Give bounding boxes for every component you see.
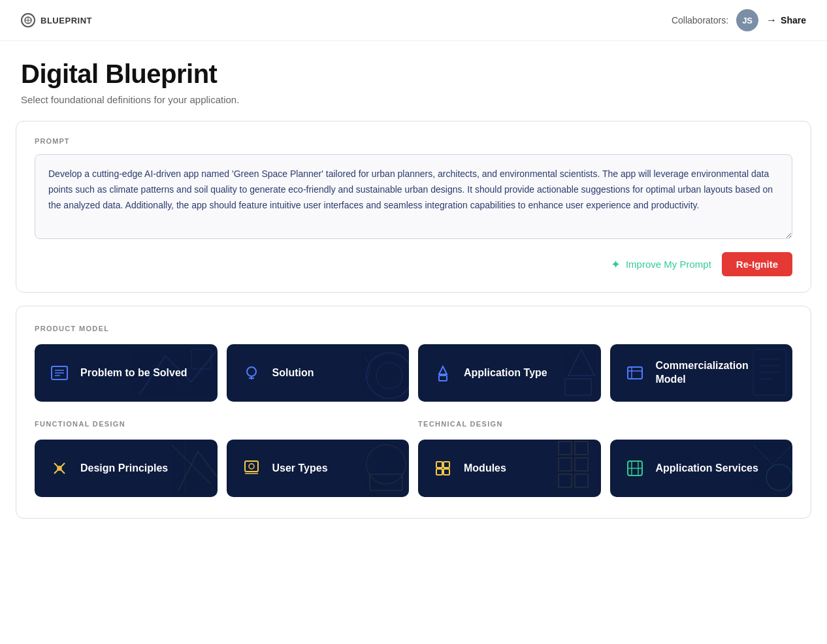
svg-rect-37 <box>575 442 588 455</box>
commercialization-label: Commercialization Model <box>656 359 780 387</box>
improve-prompt-button[interactable]: ✦ Improve My Prompt <box>611 257 711 272</box>
svg-rect-43 <box>444 462 449 468</box>
svg-point-46 <box>766 464 792 491</box>
collaborators-label: Collaborators: <box>672 15 728 25</box>
svg-rect-40 <box>559 474 572 487</box>
solution-icon <box>240 361 263 385</box>
product-model-grid: Problem to be Solved Solution <box>35 344 792 402</box>
model-card: PRODUCT MODEL Problem to be Solved <box>16 306 811 519</box>
svg-rect-3 <box>191 349 211 369</box>
svg-point-10 <box>247 367 256 376</box>
svg-point-15 <box>573 357 583 368</box>
app-services-icon <box>623 457 647 480</box>
share-label: Share <box>781 15 806 25</box>
svg-rect-39 <box>575 458 588 471</box>
modules-label: Modules <box>464 462 506 475</box>
page-title: Digital Blueprint <box>21 59 806 89</box>
tile-solution[interactable]: Solution <box>227 344 410 402</box>
technical-design-label: TECHNICAL DESIGN <box>418 420 792 428</box>
svg-rect-45 <box>444 469 449 475</box>
tile-design-principles[interactable]: Design Principles <box>35 440 218 497</box>
tile-modules[interactable]: Modules <box>418 440 601 497</box>
avatar: JS <box>736 9 758 31</box>
svg-rect-38 <box>559 458 572 471</box>
problem-label: Problem to be Solved <box>80 366 187 380</box>
tile-app-type[interactable]: Application Type <box>418 344 601 402</box>
modules-icon <box>431 457 455 480</box>
svg-rect-44 <box>436 469 442 475</box>
svg-point-9 <box>376 362 402 389</box>
functional-design-label: FUNCTIONAL DESIGN <box>35 420 409 428</box>
topbar-right: Collaborators: JS → Share <box>672 9 806 31</box>
prompt-actions: ✦ Improve My Prompt Re-Ignite <box>35 252 792 276</box>
problem-icon <box>48 361 71 385</box>
svg-line-26 <box>172 445 211 484</box>
svg-rect-32 <box>370 474 402 491</box>
bottom-grid: Design Principles User Types <box>35 440 792 497</box>
user-types-label: User Types <box>272 462 328 475</box>
svg-rect-41 <box>575 474 588 487</box>
tile-problem[interactable]: Problem to be Solved <box>35 344 218 402</box>
tile-app-services[interactable]: Application Services <box>610 440 793 497</box>
svg-marker-13 <box>568 349 594 376</box>
svg-point-8 <box>366 353 409 398</box>
page-header: Digital Blueprint Select foundational de… <box>0 41 827 116</box>
prompt-card: PROMPT ✦ Improve My Prompt Re-Ignite <box>16 121 811 293</box>
design-principles-label: Design Principles <box>80 462 168 475</box>
svg-rect-33 <box>245 461 258 472</box>
svg-rect-17 <box>439 376 447 381</box>
tile-user-types[interactable]: User Types <box>227 440 410 497</box>
topbar-left: BLUEPRINT <box>21 13 92 27</box>
user-types-icon <box>240 457 263 480</box>
share-button[interactable]: → Share <box>766 14 806 26</box>
design-principles-icon <box>48 457 71 480</box>
svg-point-31 <box>366 445 406 484</box>
sparkle-icon: ✦ <box>611 257 621 272</box>
svg-point-34 <box>249 464 254 469</box>
reignite-button[interactable]: Re-Ignite <box>722 252 792 276</box>
svg-rect-36 <box>559 442 572 455</box>
svg-rect-14 <box>565 379 591 395</box>
share-arrow-icon: → <box>766 14 777 26</box>
svg-rect-42 <box>436 462 442 468</box>
blueprint-icon <box>21 13 35 27</box>
app-services-label: Application Services <box>656 462 758 475</box>
tile-commercialization[interactable]: Commercialization Model <box>610 344 793 402</box>
app-type-label: Application Type <box>464 366 547 380</box>
solution-label: Solution <box>272 366 314 380</box>
page-subtitle: Select foundational definitions for your… <box>21 94 806 105</box>
prompt-section-label: PROMPT <box>35 137 792 145</box>
improve-prompt-label: Improve My Prompt <box>626 259 711 270</box>
svg-rect-23 <box>628 367 642 379</box>
topbar: BLUEPRINT Collaborators: JS → Share <box>0 0 827 41</box>
svg-marker-16 <box>439 366 447 374</box>
product-model-label: PRODUCT MODEL <box>35 325 792 332</box>
prompt-textarea[interactable] <box>35 154 792 239</box>
app-type-icon <box>431 361 455 385</box>
blueprint-label: BLUEPRINT <box>41 16 92 25</box>
commercialization-icon <box>623 361 647 385</box>
dual-section-headers: FUNCTIONAL DESIGN TECHNICAL DESIGN <box>35 420 792 428</box>
